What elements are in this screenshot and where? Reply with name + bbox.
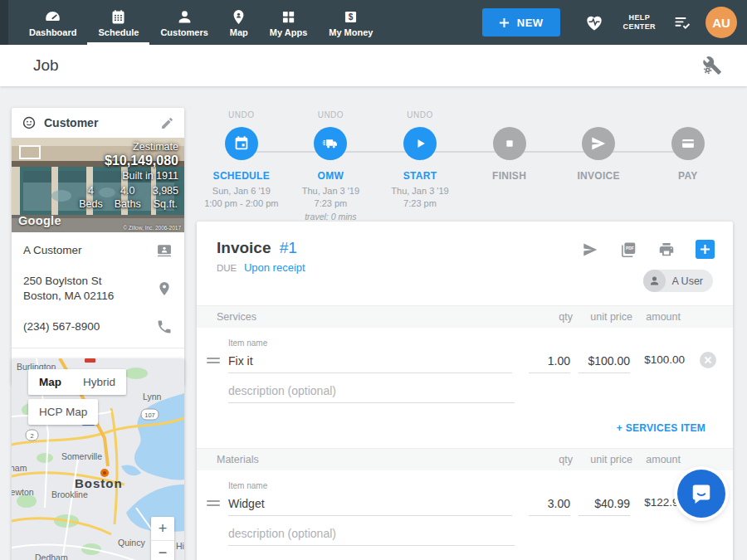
map-label-brookline: Brookline: [51, 489, 88, 499]
schedule-date: Sun, Jan 6 '19: [212, 186, 271, 196]
customer-phone-row: (234) 567-8900: [12, 311, 184, 346]
drag-handle-icon[interactable]: [207, 500, 220, 506]
assigned-user-chip[interactable]: A User: [643, 270, 713, 292]
pdf-badge-text: PDF: [626, 246, 634, 251]
add-materials-row: + MATERIALS ITEM: [197, 546, 733, 560]
undo-schedule-button[interactable]: UNDO: [228, 110, 254, 120]
nav-item-my-money[interactable]: $ My Money: [318, 0, 383, 45]
materials-section-header: Materials qty unit price amount: [197, 448, 733, 470]
truck-icon: [321, 134, 339, 153]
start-step-label: START: [403, 170, 437, 182]
hybrid-view-button[interactable]: Hybrid: [72, 369, 126, 395]
schedule-time: 1:00 pm - 2:00 pm: [204, 198, 278, 208]
omw-step-label: OMW: [318, 170, 344, 182]
user-avatar[interactable]: AU: [706, 7, 737, 38]
invoice-actions: PDF: [581, 240, 715, 259]
add-services-item-link[interactable]: + SERVICES ITEM: [617, 422, 706, 434]
schedule-step-label: SCHEDULE: [213, 170, 270, 182]
assigned-user-avatar: [643, 270, 666, 292]
material-unit-price-input[interactable]: [579, 494, 630, 516]
nav-item-map[interactable]: Map: [219, 0, 259, 45]
service-unit-price-input[interactable]: [579, 352, 630, 373]
service-name-input[interactable]: [228, 352, 512, 373]
phone-icon[interactable]: [156, 319, 173, 335]
invoice-step-button[interactable]: [582, 127, 615, 160]
service-description-input[interactable]: [228, 382, 515, 403]
map-zoom-control: + −: [151, 517, 174, 560]
start-date: Thu, Jan 3 '19: [391, 186, 448, 196]
job-header-bar: Job: [0, 45, 747, 86]
service-item-row: Item name $100.00: [197, 328, 733, 373]
service-qty-input[interactable]: [529, 352, 570, 373]
material-description-input[interactable]: [228, 524, 515, 546]
edit-customer-icon[interactable]: [160, 116, 174, 130]
built-in-label: Built in 1911: [79, 170, 178, 182]
timeline-step-omw: UNDO OMW Thu, Jan 3 '197:23 pm travel: 0…: [286, 110, 376, 222]
map-card: 107 2 93 Burlington Lynn Somerville ham …: [12, 358, 184, 560]
location-pin-icon[interactable]: [156, 280, 173, 297]
chat-widget-button[interactable]: [677, 470, 725, 518]
checklist-icon[interactable]: [672, 12, 692, 32]
customer-address-row: 250 Boylston StBoston, MA 02116: [12, 266, 184, 311]
material-qty-input[interactable]: [529, 494, 570, 516]
zoom-out-button[interactable]: −: [151, 541, 174, 560]
undo-start-button[interactable]: UNDO: [407, 110, 432, 120]
apps-grid-icon: [280, 8, 297, 26]
material-name-input[interactable]: [228, 494, 512, 516]
money-symbol: $: [349, 12, 354, 22]
close-icon: [704, 356, 712, 364]
job-tools-icon[interactable]: [702, 56, 722, 75]
services-section-title: Services: [217, 311, 523, 323]
map-label-hingham: Hi: [176, 541, 184, 551]
timeline-step-start: UNDO START Thu, Jan 3 '197:23 pm: [375, 110, 465, 222]
send-invoice-icon[interactable]: [581, 241, 599, 259]
baths-label: Baths: [115, 197, 141, 211]
beds-label: Beds: [79, 197, 103, 211]
omw-step-button[interactable]: [314, 127, 347, 160]
omw-travel-note: travel: 0 mins: [305, 212, 356, 222]
zoom-in-button[interactable]: +: [151, 517, 174, 540]
nav-item-dashboard[interactable]: Dashboard: [18, 0, 87, 45]
due-value-link[interactable]: Upon receipt: [244, 261, 305, 274]
nav-label-map: Map: [230, 27, 248, 37]
job-timeline: UNDO SCHEDULE Sun, Jan 6 '191:00 pm - 2:…: [197, 110, 733, 218]
undo-omw-button[interactable]: UNDO: [318, 110, 344, 120]
hcp-map-button[interactable]: HCP Map: [28, 399, 98, 425]
nav-item-schedule[interactable]: Schedule: [87, 0, 149, 45]
map-label-quincy: Quincy: [118, 538, 145, 548]
help-center-link[interactable]: HELP CENTER: [623, 13, 656, 32]
customer-card-title: Customer: [44, 116, 160, 129]
property-photo[interactable]: Zestimate $10,149,080 Built in 1911 4Bed…: [12, 138, 184, 232]
add-invoice-item-button[interactable]: [696, 240, 715, 259]
remove-service-item-button[interactable]: [700, 352, 716, 368]
map-view-button[interactable]: Map: [28, 369, 72, 395]
omw-time: 7:23 pm: [315, 198, 348, 208]
pay-step-button[interactable]: [671, 127, 705, 160]
item-name-label: Item name: [228, 338, 512, 348]
new-button-label: NEW: [517, 17, 544, 29]
timeline-step-invoice: INVOICE: [554, 110, 643, 222]
sqft-label: Sq.ft.: [153, 197, 178, 211]
schedule-step-button[interactable]: [225, 127, 258, 160]
add-services-row: + SERVICES ITEM: [197, 403, 733, 448]
invoice-number[interactable]: #1: [280, 239, 297, 256]
money-icon: $: [342, 8, 359, 26]
drag-handle-icon[interactable]: [207, 358, 220, 363]
address-line2: Boston, MA 02116: [23, 290, 114, 302]
health-heart-icon[interactable]: [583, 12, 605, 33]
nav-label-dashboard: Dashboard: [29, 27, 76, 37]
start-step-button[interactable]: [403, 127, 437, 160]
customer-card-header: Customer: [12, 108, 184, 138]
print-icon[interactable]: [657, 241, 676, 259]
pdf-icon[interactable]: PDF: [619, 241, 637, 259]
nav-item-customers[interactable]: Customers: [149, 0, 218, 45]
contact-card-icon[interactable]: [156, 242, 173, 259]
dashboard-icon: [44, 8, 61, 26]
nav-item-my-apps[interactable]: My Apps: [259, 0, 318, 45]
new-button[interactable]: NEW: [482, 8, 560, 37]
finish-step-button[interactable]: [493, 127, 526, 160]
map-label-waltham: ham: [12, 463, 27, 473]
map-pin-icon: [230, 8, 247, 26]
divider: [12, 348, 184, 348]
nav-edge: [0, 0, 8, 45]
